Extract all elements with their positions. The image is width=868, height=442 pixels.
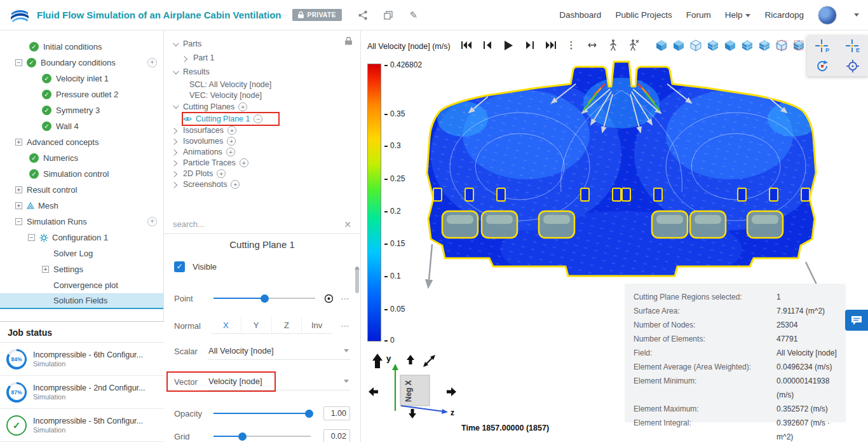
sim-tree-item-simulation-control[interactable]: ✓Simulation control: [0, 166, 163, 182]
clear-search-icon[interactable]: ✕: [344, 219, 351, 230]
post-tree-particle-traces[interactable]: Particle Traces+: [164, 157, 360, 168]
next-frame-icon[interactable]: [522, 38, 536, 52]
job-item[interactable]: ✓ Incompressible - 5th Configur...Simula…: [0, 409, 164, 442]
chevron-right-icon[interactable]: [171, 182, 177, 188]
more-options-icon[interactable]: ⋯: [341, 321, 350, 331]
add-icon[interactable]: +: [238, 102, 247, 111]
search-input[interactable]: [173, 219, 339, 229]
chevron-down-icon[interactable]: [173, 68, 179, 74]
view-solid-2-icon[interactable]: [723, 38, 737, 52]
chevron-right-icon[interactable]: [171, 149, 177, 156]
job-item[interactable]: 87% Incompressible - 2nd Configur...Simu…: [0, 376, 164, 409]
post-tree-isosurfaces[interactable]: Isosurfaces+: [164, 125, 360, 135]
scroll-up-icon[interactable]: [355, 257, 360, 270]
add-icon[interactable]: +: [226, 148, 235, 156]
sim-tree-item-wall-4[interactable]: ✓Wall 4: [0, 118, 163, 134]
chevron-right-icon[interactable]: [171, 160, 177, 167]
sim-tree-item-boundary-conditions[interactable]: −✓Boundary conditions+: [0, 55, 163, 71]
probe-point-icon[interactable]: P: [807, 36, 837, 56]
post-tree-part-1[interactable]: Part 1: [164, 51, 360, 65]
job-item[interactable]: 84% Incompressible - 6th Configur...Simu…: [0, 343, 164, 376]
play-icon[interactable]: [501, 38, 515, 52]
collapse-icon[interactable]: −: [15, 218, 22, 225]
more-tools-icon[interactable]: ⋮: [564, 38, 578, 52]
add-icon[interactable]: +: [240, 158, 248, 167]
grid-slider[interactable]: [214, 436, 311, 437]
probe-element-icon[interactable]: E: [837, 36, 868, 56]
vector-dropdown[interactable]: Velocity [node]: [207, 373, 350, 390]
edit-icon[interactable]: ✎: [407, 8, 421, 22]
collapse-icon[interactable]: −: [28, 234, 35, 241]
scrollbar-thumb[interactable]: [355, 266, 359, 293]
opacity-value-input[interactable]: [323, 406, 350, 420]
add-icon[interactable]: +: [231, 180, 240, 189]
remove-icon[interactable]: −: [254, 114, 262, 123]
expand-icon[interactable]: +: [42, 266, 49, 273]
post-tree-2d-plots[interactable]: 2D Plots+: [164, 168, 360, 179]
view-clip-icon[interactable]: [775, 38, 789, 52]
scale-range-icon[interactable]: [585, 38, 599, 52]
sim-tree-item-pressure-outlet-2[interactable]: ✓Pressure outlet 2: [0, 86, 163, 102]
avatar[interactable]: [818, 6, 837, 25]
post-tree-cutting-plane-1[interactable]: Cutting Plane 1−: [164, 113, 360, 125]
expand-icon[interactable]: +: [15, 186, 22, 193]
normal-inv-button[interactable]: Inv: [301, 317, 332, 333]
sim-tree-item-settings[interactable]: +Settings: [0, 261, 163, 277]
add-icon[interactable]: +: [147, 217, 157, 226]
chevron-down-icon[interactable]: [173, 40, 179, 46]
add-icon[interactable]: +: [227, 137, 236, 146]
account-chevron-icon[interactable]: [854, 13, 859, 17]
skip-first-frame-icon[interactable]: [459, 38, 473, 52]
view-solid-icon[interactable]: [654, 38, 668, 52]
nav-username[interactable]: Ricardopg: [764, 10, 804, 20]
normal-y-button[interactable]: Y: [241, 317, 271, 333]
nav-help[interactable]: Help: [725, 10, 751, 20]
point-slider[interactable]: [214, 298, 315, 299]
collapse-icon[interactable]: −: [15, 59, 22, 66]
rotate-view-icon[interactable]: [807, 56, 837, 76]
post-tree-parts[interactable]: Parts: [164, 37, 360, 51]
view-mesh-icon[interactable]: [740, 38, 754, 52]
post-tree-vec[interactable]: VEC: Velocity [node]: [164, 90, 360, 100]
post-tree-cutting-planes[interactable]: Cutting Planes+: [164, 100, 360, 113]
walkthrough-icon[interactable]: [606, 38, 620, 52]
copy-icon[interactable]: [381, 8, 395, 22]
chevron-right-icon[interactable]: [171, 171, 177, 177]
exit-walkthrough-icon[interactable]: [627, 38, 641, 52]
recenter-view-icon[interactable]: [837, 56, 868, 76]
view-clip-mesh-icon[interactable]: [792, 38, 806, 52]
add-icon[interactable]: +: [147, 58, 157, 67]
expand-icon[interactable]: +: [15, 139, 22, 146]
view-surface-edges-icon[interactable]: [706, 38, 720, 52]
opacity-slider[interactable]: [214, 413, 311, 414]
post-tree-isovolumes[interactable]: Isovolumes+: [164, 135, 360, 146]
normal-z-button[interactable]: Z: [271, 317, 302, 333]
view-hidden-line-icon[interactable]: [689, 38, 703, 52]
post-tree-results[interactable]: Results: [164, 65, 360, 79]
sim-tree-item-mesh[interactable]: +Mesh: [0, 198, 163, 214]
grid-value-input[interactable]: [323, 429, 350, 442]
sim-tree-item-solver-log[interactable]: Solver Log: [0, 245, 163, 261]
chevron-right-icon[interactable]: [171, 128, 177, 134]
post-tree-scl[interactable]: SCL: All Velocity [node]: [164, 79, 360, 90]
app-logo[interactable]: [9, 4, 31, 26]
add-icon[interactable]: +: [217, 169, 226, 178]
view-shaded-icon[interactable]: [672, 38, 686, 52]
nav-forum[interactable]: Forum: [686, 10, 711, 20]
sim-tree-item-solution-fields[interactable]: Solution Fields: [0, 293, 163, 309]
sim-tree-item-velocity-inlet-1[interactable]: ✓Velocity inlet 1: [0, 71, 163, 86]
sim-tree-item-configuration-1[interactable]: −Configuration 1: [0, 230, 163, 245]
chevron-right-icon[interactable]: [181, 55, 187, 62]
expand-icon[interactable]: +: [15, 202, 22, 209]
view-mesh-2-icon[interactable]: [757, 38, 771, 52]
sim-tree-item-advanced-concepts[interactable]: +Advanced concepts: [0, 134, 163, 150]
skip-last-frame-icon[interactable]: [543, 38, 557, 52]
chevron-right-icon[interactable]: [171, 139, 177, 145]
add-icon[interactable]: +: [227, 126, 236, 135]
cfd-render-canvas[interactable]: [424, 59, 831, 313]
sim-tree-item-symmetry-3[interactable]: ✓Symmetry 3: [0, 102, 163, 118]
nav-public-projects[interactable]: Public Projects: [615, 10, 672, 20]
eye-icon[interactable]: [183, 116, 192, 122]
support-chat-button[interactable]: [845, 310, 868, 331]
more-options-icon[interactable]: ⋯: [341, 293, 350, 303]
